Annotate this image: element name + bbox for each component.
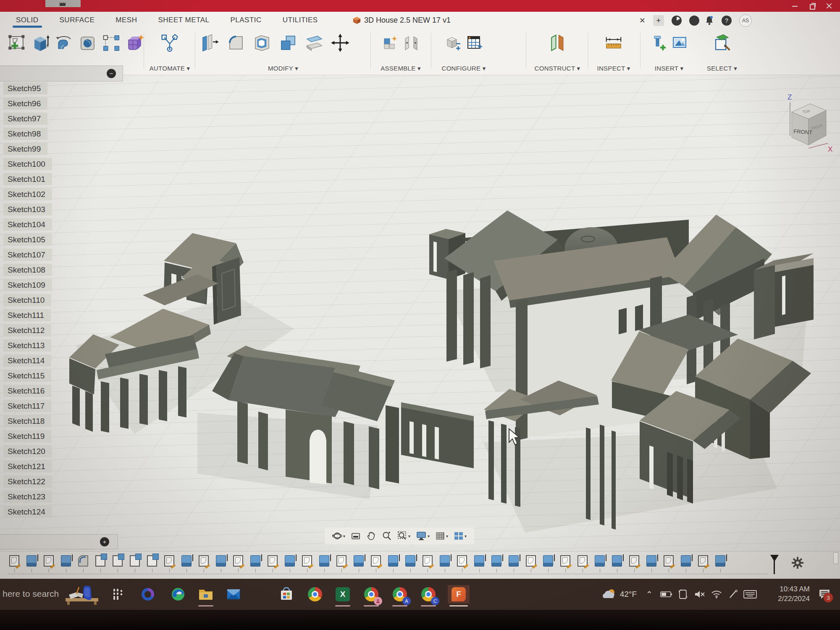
timeline-feature[interactable] bbox=[491, 555, 501, 572]
group-label-modify[interactable]: MODIFY ▾ bbox=[199, 65, 367, 72]
group-label-inspect[interactable]: INSPECT ▾ bbox=[591, 65, 637, 72]
browser-sketch-item[interactable]: Sketch110 bbox=[3, 294, 51, 306]
timeline-feature[interactable] bbox=[130, 555, 140, 572]
browser-sketch-item[interactable]: Sketch120 bbox=[3, 445, 52, 457]
action-center-icon[interactable]: 3 bbox=[815, 585, 834, 604]
timeline-feature[interactable] bbox=[147, 555, 157, 572]
press-pull-icon[interactable] bbox=[199, 31, 221, 55]
chrome-icon[interactable] bbox=[306, 585, 324, 604]
rotation-lock-icon[interactable] bbox=[675, 585, 691, 604]
3d-viewport[interactable]: − Sketch95 Sketch96 Sketch97 Sketch98 Sk… bbox=[0, 75, 840, 551]
task-view-icon[interactable] bbox=[108, 585, 127, 604]
ribbon-tab[interactable]: MESH bbox=[115, 14, 138, 26]
timeline-settings-gear-icon[interactable] bbox=[791, 556, 804, 569]
timeline-feature[interactable] bbox=[44, 555, 54, 572]
timeline-feature[interactable] bbox=[302, 555, 312, 572]
timeline-feature[interactable] bbox=[95, 555, 105, 572]
timeline-feature[interactable] bbox=[319, 555, 329, 572]
microsoft-store-icon[interactable] bbox=[277, 585, 296, 604]
timeline-feature[interactable] bbox=[268, 555, 278, 572]
timeline-feature[interactable] bbox=[664, 555, 674, 572]
timeline-feature[interactable] bbox=[578, 555, 588, 572]
edge-icon[interactable] bbox=[169, 585, 187, 604]
browser-sketch-item[interactable]: Sketch113 bbox=[3, 339, 51, 352]
house-model[interactable] bbox=[0, 75, 840, 551]
zoom-icon[interactable] bbox=[382, 531, 392, 541]
excel-icon[interactable]: X bbox=[333, 585, 352, 604]
ribbon-tab[interactable]: SOLID bbox=[15, 14, 39, 26]
create-sketch-icon[interactable] bbox=[8, 31, 27, 55]
clock[interactable]: 10:43 AM 2/22/2024 bbox=[764, 585, 810, 604]
browser-sketch-item[interactable]: Sketch101 bbox=[3, 173, 52, 185]
battery-icon[interactable] bbox=[658, 585, 675, 604]
ribbon-tab[interactable]: SURFACE bbox=[59, 14, 96, 26]
move-icon[interactable] bbox=[329, 31, 351, 55]
timeline-feature[interactable] bbox=[423, 555, 433, 572]
joint-icon[interactable] bbox=[403, 31, 420, 55]
new-component-icon[interactable] bbox=[382, 31, 399, 55]
document-tab[interactable]: 3D House 2.5 NEW 17 v1 bbox=[353, 12, 451, 29]
restore-button[interactable] bbox=[809, 3, 815, 9]
weather-icon[interactable] bbox=[600, 585, 619, 604]
display-settings-icon[interactable]: ▾ bbox=[416, 531, 430, 541]
split-body-icon[interactable] bbox=[303, 31, 325, 55]
browser-sketch-item[interactable]: Sketch97 bbox=[3, 113, 47, 125]
browser-sketch-item[interactable]: Sketch112 bbox=[3, 324, 51, 336]
grid-settings-icon[interactable]: ▾ bbox=[435, 531, 448, 541]
job-status-icon[interactable] bbox=[689, 16, 699, 26]
minimize-button[interactable] bbox=[792, 3, 798, 9]
file-explorer-icon[interactable] bbox=[197, 585, 215, 604]
timeline-feature[interactable] bbox=[526, 555, 536, 572]
browser-sketch-item[interactable]: Sketch111 bbox=[3, 309, 51, 321]
browser-sketch-item[interactable]: Sketch117 bbox=[3, 400, 51, 412]
browser-sketch-item[interactable]: Sketch118 bbox=[3, 415, 51, 427]
construct-plane-icon[interactable] bbox=[546, 31, 568, 55]
extensions-icon[interactable] bbox=[672, 16, 682, 26]
browser-expand-button[interactable]: + bbox=[100, 537, 109, 546]
timeline-feature[interactable] bbox=[715, 555, 725, 572]
timeline-feature[interactable] bbox=[250, 555, 260, 572]
group-label-assemble[interactable]: ASSEMBLE ▾ bbox=[374, 65, 428, 72]
shell-icon[interactable] bbox=[251, 31, 273, 55]
timeline-feature[interactable] bbox=[285, 555, 295, 572]
browser-sketch-item[interactable]: Sketch115 bbox=[3, 370, 51, 382]
rectangular-pattern-icon[interactable] bbox=[102, 31, 121, 55]
insert-canvas-icon[interactable] bbox=[671, 31, 688, 55]
browser-sketch-item[interactable]: Sketch119 bbox=[3, 430, 51, 442]
browser-sketch-item[interactable]: Sketch99 bbox=[3, 143, 47, 155]
timeline-feature[interactable] bbox=[181, 555, 192, 572]
timeline-feature[interactable] bbox=[440, 555, 450, 572]
browser-sketch-item[interactable]: Sketch109 bbox=[3, 279, 52, 291]
measure-icon[interactable] bbox=[603, 31, 625, 55]
timeline-zoom-handle[interactable] bbox=[833, 552, 838, 564]
wifi-icon[interactable] bbox=[708, 585, 725, 604]
group-label-insert[interactable]: INSERT ▾ bbox=[643, 65, 696, 72]
timeline-feature[interactable] bbox=[371, 555, 381, 572]
chrome-profile-a-icon[interactable]: A bbox=[391, 585, 409, 604]
browser-collapse-button[interactable]: − bbox=[107, 69, 116, 78]
timeline-feature[interactable] bbox=[26, 555, 37, 572]
select-icon[interactable] bbox=[711, 31, 733, 55]
orbit-icon[interactable]: ▾ bbox=[332, 531, 345, 541]
fusion-360-icon[interactable]: F bbox=[448, 585, 470, 604]
timeline-feature[interactable] bbox=[354, 555, 364, 572]
fillet-icon[interactable] bbox=[225, 31, 247, 55]
timeline-feature[interactable] bbox=[543, 555, 553, 572]
close-tab-icon[interactable]: ✕ bbox=[639, 16, 646, 25]
timeline-feature[interactable] bbox=[216, 555, 226, 572]
revolve-icon[interactable] bbox=[55, 31, 74, 55]
browser-sketch-item[interactable]: Sketch98 bbox=[3, 128, 47, 140]
timeline-feature[interactable] bbox=[612, 555, 622, 572]
timeline-feature[interactable] bbox=[336, 555, 346, 572]
browser-sketch-item[interactable]: Sketch105 bbox=[3, 234, 52, 246]
group-label-select[interactable]: SELECT ▾ bbox=[699, 65, 745, 72]
group-label-construct[interactable]: CONSTRUCT ▾ bbox=[530, 65, 585, 72]
taskbar-search[interactable]: here to search bbox=[3, 589, 59, 599]
extrude-icon[interactable] bbox=[31, 31, 50, 55]
microsoft-365-icon[interactable] bbox=[139, 585, 157, 604]
browser-sketch-item[interactable]: Sketch124 bbox=[3, 506, 52, 518]
browser-sketch-item[interactable]: Sketch102 bbox=[3, 188, 52, 200]
group-label-automate[interactable]: AUTOMATE ▾ bbox=[148, 65, 192, 72]
timeline-feature[interactable] bbox=[405, 555, 415, 572]
combine-icon[interactable] bbox=[277, 31, 299, 55]
